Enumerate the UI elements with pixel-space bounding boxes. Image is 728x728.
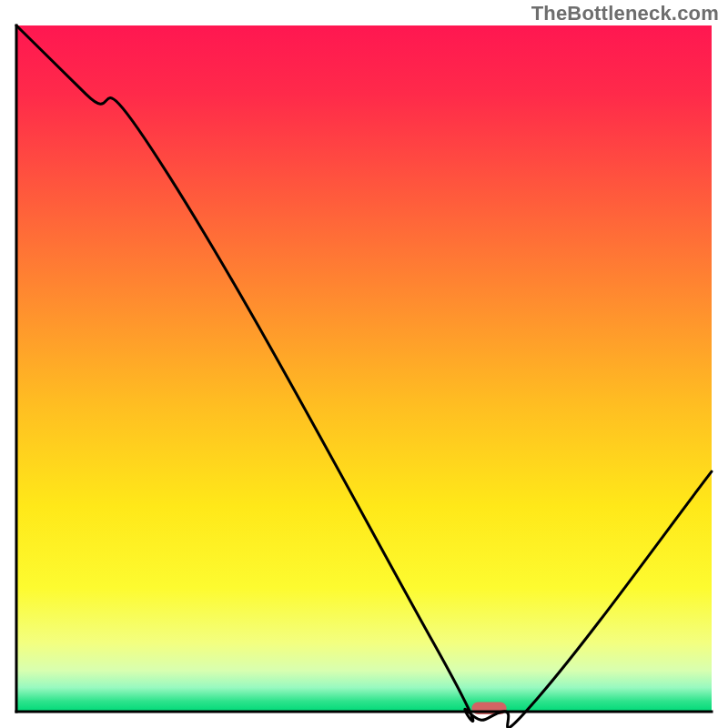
watermark-text: TheBottleneck.com — [531, 2, 719, 25]
chart-container: TheBottleneck.com — [0, 0, 728, 728]
bottleneck-chart — [0, 0, 728, 728]
